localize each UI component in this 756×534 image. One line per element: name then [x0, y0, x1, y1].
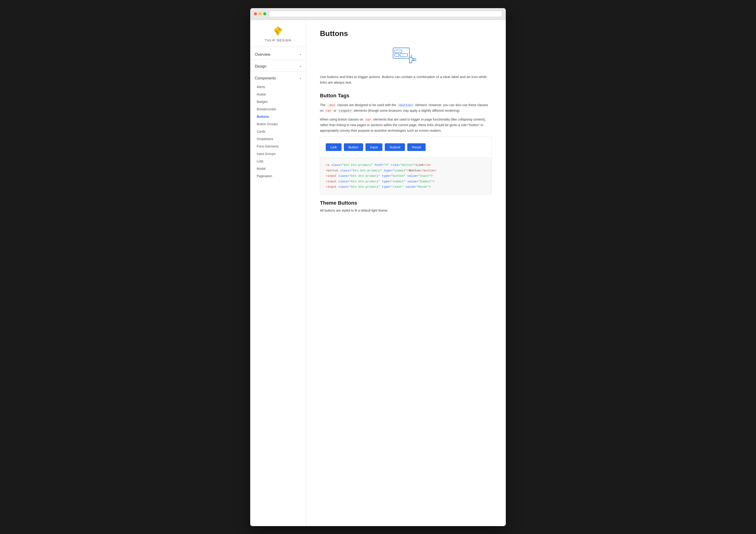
minimize-button-icon[interactable]: [258, 12, 261, 15]
sidebar-item-form-elements[interactable]: Form Elements: [250, 143, 306, 150]
chevron-down-icon: ▾: [300, 53, 301, 56]
code-line-2: <button class="btn btn-primary" type="su…: [326, 168, 486, 173]
sidebar-item-dropdowns[interactable]: Dropdowns: [250, 135, 306, 143]
sidebar-item-design[interactable]: Design ▾: [250, 61, 306, 70]
sidebar-item-lists[interactable]: Lists: [250, 157, 306, 165]
sidebar-item-components[interactable]: Components ▴: [250, 72, 306, 82]
text-or: or: [333, 109, 338, 112]
sidebar-item-avatar[interactable]: Avatar: [250, 91, 306, 98]
code-line-1: <a class="btn btn-primary" href="#" role…: [326, 162, 486, 168]
page-hero-icon: [320, 44, 492, 67]
tulip-logo-icon: [273, 26, 284, 37]
main-content: Buttons Use buttons and links to trigger…: [306, 20, 506, 526]
sidebar-components-label: Components: [255, 76, 276, 80]
buttons-hero-illustration: [392, 44, 420, 67]
btn-code: .btn: [326, 103, 337, 107]
input-code: <input>: [338, 109, 353, 113]
demo-button-button[interactable]: Button: [344, 143, 363, 151]
sidebar-item-alerts[interactable]: Alerts: [250, 83, 306, 91]
sidebar-design-label: Design: [255, 64, 266, 68]
code-line-4: <input class="btn btn-primary" type="sub…: [326, 179, 486, 184]
svg-rect-6: [395, 54, 399, 56]
text-mid: classes are designed to be used with the: [337, 103, 397, 107]
code-line-3: <input class="btn btn-primary" type="but…: [326, 173, 486, 179]
address-bar[interactable]: [269, 11, 502, 17]
code-line-5: <input class="btn btn-primary" type="res…: [326, 184, 486, 190]
svg-rect-4: [393, 48, 409, 58]
chevron-up-icon: ▴: [300, 77, 301, 80]
close-button-icon[interactable]: [254, 12, 257, 15]
svg-rect-5: [395, 50, 402, 53]
browser-window: TULIP DESIGN Overview ▾ Design ▾ C: [250, 8, 506, 526]
sidebar-logo: TULIP DESIGN: [250, 20, 306, 47]
sidebar-item-overview[interactable]: Overview ▾: [250, 49, 306, 59]
app-layout: TULIP DESIGN Overview ▾ Design ▾ C: [250, 20, 506, 526]
a-code2: <a>: [364, 118, 372, 122]
text-end: elements (though some browsers may apply…: [353, 109, 460, 112]
sidebar: TULIP DESIGN Overview ▾ Design ▾ C: [250, 20, 306, 526]
demo-reset-button[interactable]: Reset: [407, 143, 426, 151]
traffic-lights: [254, 12, 266, 15]
button-tags-title: Button Tags: [320, 93, 492, 99]
sidebar-overview-label: Overview: [255, 52, 270, 57]
demo-preview: Link Button Input Submit Reset: [320, 137, 492, 158]
demo-box: Link Button Input Submit Reset <a class=…: [320, 137, 492, 195]
demo-submit-button[interactable]: Submit: [385, 143, 405, 151]
sidebar-item-input-groups[interactable]: Input Groups: [250, 150, 306, 157]
demo-code-block: <a class="btn btn-primary" href="#" role…: [320, 158, 492, 194]
browser-chrome: [250, 8, 506, 20]
page-title: Buttons: [320, 29, 492, 38]
button-tags-text1: The .btn classes are designed to be used…: [320, 102, 492, 114]
sidebar-item-cards[interactable]: Cards: [250, 128, 306, 135]
text-before-btn: The: [320, 103, 326, 107]
components-sub-items: Alerts Avatar Badges Breadcrumbs Buttons…: [250, 82, 306, 181]
sidebar-item-button-groups[interactable]: Button Groups: [250, 120, 306, 128]
demo-input-button[interactable]: Input: [365, 143, 382, 151]
page-description: Use buttons and links to trigger actions…: [320, 74, 492, 85]
theme-section-description: All buttons are styled to fit a default …: [320, 208, 492, 213]
sidebar-item-badges[interactable]: Badges: [250, 98, 306, 105]
text2-before: When using button classes on: [320, 118, 364, 121]
chevron-down-icon: ▾: [300, 65, 301, 68]
sidebar-navigation: Overview ▾ Design ▾ Components ▴ Alert: [250, 47, 306, 183]
a-code: <a>: [324, 109, 333, 113]
svg-rect-7: [400, 54, 408, 56]
button-tags-text2: When using button classes on <a> element…: [320, 117, 492, 134]
logo-text: TULIP DESIGN: [265, 39, 291, 42]
sidebar-item-pagination[interactable]: Pagination: [250, 172, 306, 180]
theme-buttons-title: Theme Buttons: [320, 200, 492, 206]
demo-link-button[interactable]: Link: [326, 143, 341, 151]
button-code: <button>: [397, 103, 414, 107]
maximize-button-icon[interactable]: [263, 12, 266, 15]
sidebar-item-buttons[interactable]: Buttons: [250, 113, 306, 120]
sidebar-item-breadcrumbs[interactable]: Breadcrumbs: [250, 105, 306, 113]
sidebar-item-modal[interactable]: Modal: [250, 165, 306, 172]
